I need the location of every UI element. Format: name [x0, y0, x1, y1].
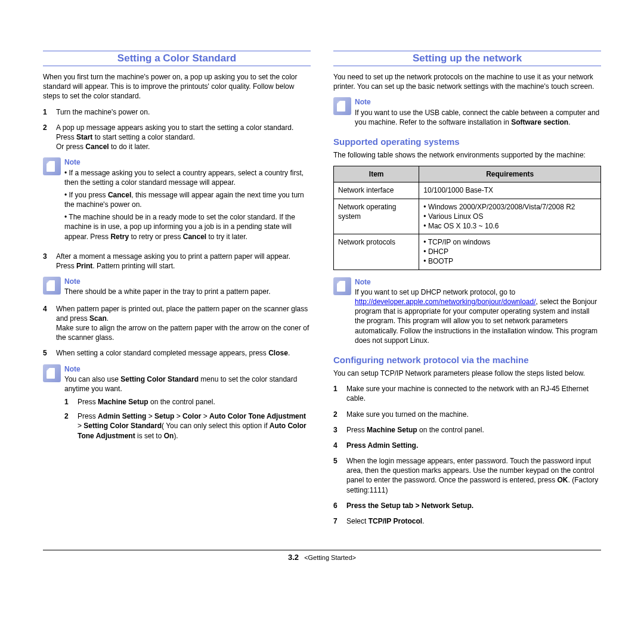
table-header-row: Item Requirements — [334, 166, 601, 182]
note-title: Note — [64, 364, 311, 374]
note-title: Note — [64, 157, 311, 167]
heading-setting-color-standard: Setting a Color Standard — [43, 51, 311, 66]
note-text: There should be a white paper in the tra… — [64, 287, 311, 296]
col-item: Item — [334, 166, 419, 182]
step-2: 2Make sure you turned on the machine. — [333, 410, 601, 419]
note-icon — [333, 277, 351, 295]
list-item: Windows 2000/XP/2003/2008/Vista/7/2008 R… — [423, 202, 596, 212]
col-requirements: Requirements — [419, 166, 601, 182]
note-item: • The machine should be in a ready mode … — [64, 212, 311, 242]
page-footer: 3.2 <Getting Started> — [43, 550, 601, 562]
two-column-layout: Setting a Color Standard When you first … — [43, 51, 601, 532]
heading-config-network: Configuring network protocol via the mac… — [333, 355, 601, 365]
config-steps-list: 1Make sure your machine is connected to … — [333, 384, 601, 526]
note-icon — [333, 97, 351, 115]
note-text: If you want to set up DHCP network proto… — [355, 287, 601, 345]
right-column: Setting up the network You need to set u… — [333, 51, 601, 532]
table-row: Network operating system Windows 2000/XP… — [334, 199, 601, 234]
note-icon — [43, 277, 61, 295]
note-title: Note — [64, 277, 311, 286]
note-item: • If you press Cancel, this message will… — [64, 190, 311, 209]
table-intro: The following table shows the network en… — [333, 150, 601, 160]
step-3: 3 After a moment a message asking you to… — [43, 252, 311, 271]
step-1: 1Make sure your machine is connected to … — [333, 384, 601, 403]
note-icon — [43, 157, 61, 175]
step-2: 2 A pop up message appears asking you to… — [43, 123, 311, 152]
step-5: 5 When setting a color standard complete… — [43, 348, 311, 358]
list-item: DHCP — [423, 247, 596, 256]
note-text: You can also use Setting Color Standard … — [64, 374, 311, 394]
note-title: Note — [355, 277, 601, 287]
table-row: Network protocols TCP/IP on windows DHCP… — [334, 234, 601, 270]
note-item: • If a message asking you to select a co… — [64, 168, 311, 187]
substep-1: 1Press Machine Setup on the control pane… — [64, 397, 311, 407]
footer-section: <Getting Started> — [304, 554, 356, 561]
intro-para: When you first turn the machine's power … — [43, 72, 311, 101]
color-steps-list-cont: 3 After a moment a message asking you to… — [43, 252, 311, 271]
step-5: 5When the login message appears, enter p… — [333, 456, 601, 495]
list-item: Mac OS X 10.3 ~ 10.6 — [423, 221, 596, 231]
substeps-list: 1Press Machine Setup on the control pane… — [64, 397, 311, 441]
step-4: 4Press Admin Setting. — [333, 441, 601, 450]
step-3: 3Press Machine Setup on the control pane… — [333, 425, 601, 435]
requirements-table: Item Requirements Network interface 10/1… — [333, 166, 601, 270]
step-7: 7Select TCP/IP Protocol. — [333, 516, 601, 526]
color-steps-list-cont2: 4 When pattern paper is printed out, pla… — [43, 304, 311, 358]
bonjour-link[interactable]: http://developer.apple.com/networking/bo… — [355, 298, 536, 306]
page-number: 3.2 — [288, 553, 299, 562]
left-column: Setting a Color Standard When you first … — [43, 51, 311, 532]
list-item: BOOTP — [423, 256, 596, 266]
color-steps-list: 1Turn the machine's power on. 2 A pop up… — [43, 107, 311, 152]
substep-2: 2Press Admin Setting > Setup > Color > A… — [64, 411, 311, 441]
list-item: TCP/IP on windows — [423, 237, 596, 247]
step-4: 4 When pattern paper is printed out, pla… — [43, 304, 311, 343]
table-row: Network interface 10/100/1000 Base-TX — [334, 182, 601, 199]
note-icon — [43, 364, 61, 382]
note-block-3: Note You can also use Setting Color Stan… — [43, 364, 311, 445]
list-item: Various Linux OS — [423, 212, 596, 221]
note-block-dhcp: Note If you want to set up DHCP network … — [333, 277, 601, 345]
note-block-usb: Note If you want to use the USB cable, c… — [333, 97, 601, 127]
note-block-2: Note There should be a white paper in th… — [43, 277, 311, 296]
note-title: Note — [355, 97, 601, 107]
intro-para: You need to set up the network protocols… — [333, 72, 601, 91]
config-intro: You can setup TCP/IP Network parameters … — [333, 369, 601, 378]
step-1: 1Turn the machine's power on. — [43, 107, 311, 117]
note-text: If you want to use the USB cable, connec… — [355, 108, 601, 127]
step-6: 6Press the Setup tab > Network Setup. — [333, 501, 601, 510]
heading-supported-os: Supported operating systems — [333, 137, 601, 147]
heading-setting-up-network: Setting up the network — [333, 51, 601, 66]
note-block-1: Note • If a message asking you to select… — [43, 157, 311, 244]
